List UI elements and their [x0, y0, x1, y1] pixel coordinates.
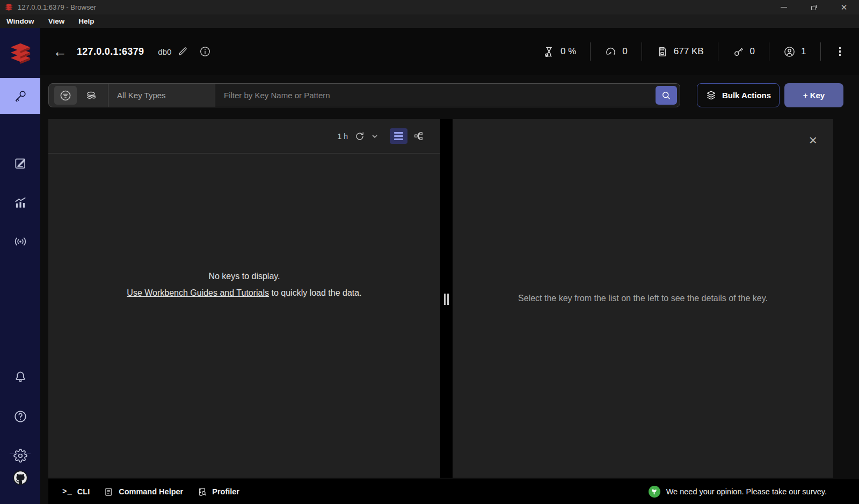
key-type-dropdown[interactable]: All Key Types [108, 84, 215, 107]
github-icon [12, 470, 28, 486]
close-icon: ✕ [841, 3, 848, 11]
key-list-panel: 1 h [48, 119, 440, 478]
profiler-doc-icon [197, 487, 207, 497]
workbench-guides-link[interactable]: Use Workbench Guides and Tutorials [127, 288, 269, 297]
close-window-button[interactable]: ✕ [829, 0, 859, 14]
search-icon [661, 90, 672, 101]
tree-view-icon [413, 131, 424, 141]
profiler-label: Profiler [212, 487, 239, 496]
panel-resize-gutter [440, 119, 453, 478]
cli-tab[interactable]: >_ CLI [62, 487, 90, 496]
bell-icon [13, 370, 27, 384]
empty-title: No keys to display. [48, 272, 440, 281]
bulk-actions-label: Bulk Actions [722, 91, 771, 100]
empty-state: No keys to display. Use Workbench Guides… [48, 272, 440, 298]
list-view-icon [394, 132, 403, 141]
sidebar-divider [10, 454, 31, 454]
stat-divider [820, 42, 821, 61]
restore-button[interactable] [799, 0, 829, 14]
minimize-icon [781, 7, 787, 8]
clients-value: 1 [801, 46, 806, 57]
sidebar [0, 28, 40, 504]
info-circle-icon[interactable] [199, 46, 211, 57]
window-title: 127.0.0.1:6379 - Browser [18, 3, 96, 11]
refresh-interval-label: 1 h [338, 132, 348, 141]
menu-view[interactable]: View [48, 17, 65, 25]
database-index: db0 [158, 47, 171, 56]
search-button[interactable] [656, 86, 677, 105]
survey-link[interactable]: We need your opinion. Please take our su… [649, 486, 827, 498]
redis-home-logo[interactable] [0, 32, 40, 74]
menu-bar: Window View Help [0, 14, 859, 28]
memory-value: 677 KB [674, 46, 704, 57]
stat-keys: 0 [718, 46, 769, 58]
resize-handle-icon[interactable] [444, 294, 449, 305]
chevron-down-icon[interactable] [372, 133, 378, 140]
sidebar-item-browser[interactable] [0, 78, 40, 114]
add-key-button[interactable]: + Key [784, 83, 843, 107]
filter-row: All Key Types Bulk Actions [48, 83, 851, 107]
key-search-input[interactable] [215, 91, 656, 100]
minimize-button[interactable] [769, 0, 799, 14]
user-circle-icon [783, 46, 796, 58]
details-placeholder: Select the key from the list on the left… [453, 294, 833, 303]
cpu-value: 0 % [560, 46, 576, 57]
redis-logo-icon [9, 42, 32, 64]
instance-stats: 0 % 0 677 KB [529, 28, 844, 75]
kebab-menu-icon[interactable] [836, 44, 845, 60]
search-input-wrap [215, 84, 680, 107]
pencil-icon[interactable] [177, 46, 188, 57]
key-small-icon [732, 46, 745, 58]
main-area: ← 127.0.0.1:6379 db0 0 % [40, 28, 859, 504]
refresh-icon[interactable] [354, 131, 365, 142]
analytics-icon [13, 196, 27, 210]
search-library-button[interactable] [80, 86, 103, 105]
empty-suffix: to quickly load the data. [269, 288, 362, 297]
ops-value: 0 [622, 46, 627, 57]
close-details-button[interactable]: × [809, 133, 817, 147]
key-list-header: 1 h [48, 119, 440, 154]
gauge-icon [605, 46, 617, 58]
workbench-edit-icon [13, 156, 27, 170]
view-toggles [390, 128, 427, 144]
browser-panels: 1 h [48, 119, 859, 478]
menu-window[interactable]: Window [6, 17, 34, 25]
bulk-actions-button[interactable]: Bulk Actions [697, 83, 780, 107]
back-button[interactable]: ← [53, 45, 67, 59]
redisinsight-window: 127.0.0.1:6379 - Browser ✕ Window View H… [0, 0, 859, 504]
sidebar-item-notifications[interactable] [0, 362, 40, 392]
command-helper-label: Command Helper [119, 487, 183, 496]
sidebar-item-pubsub[interactable] [0, 227, 40, 257]
key-filter-control: All Key Types [48, 83, 680, 107]
command-helper-tab[interactable]: Command Helper [104, 487, 183, 497]
restore-icon [811, 5, 817, 10]
connection-name: 127.0.0.1:6379 [77, 46, 144, 57]
stat-cpu: 0 % [529, 46, 590, 58]
sidebar-item-github[interactable] [0, 463, 40, 493]
hourglass-icon [543, 46, 555, 58]
sidebar-item-workbench[interactable] [0, 148, 40, 178]
help-circle-icon [13, 410, 27, 423]
profiler-tab[interactable]: Profiler [197, 487, 239, 497]
stat-ops: 0 [591, 46, 641, 58]
layers-icon [705, 90, 717, 101]
document-icon [104, 487, 114, 497]
filter-circle-icon [59, 89, 72, 102]
bottom-bar: >_ CLI Command Helper Profiler [48, 479, 859, 504]
tree-view-toggle[interactable] [410, 128, 427, 144]
list-view-toggle[interactable] [390, 128, 407, 144]
survey-text: We need your opinion. Please take our su… [666, 487, 827, 496]
cli-label: CLI [77, 487, 90, 496]
stat-clients: 1 [769, 46, 820, 58]
filter-circle-button[interactable] [54, 86, 77, 105]
os-titlebar: 127.0.0.1:6379 - Browser ✕ [0, 0, 859, 14]
redis-logo-icon [4, 3, 13, 11]
sidebar-item-help[interactable] [0, 401, 40, 432]
instance-header: ← 127.0.0.1:6379 db0 0 % [40, 28, 859, 75]
sidebar-item-analytics[interactable] [0, 188, 40, 218]
terminal-icon: >_ [62, 487, 72, 496]
search-library-icon [85, 89, 98, 102]
key-icon [13, 89, 27, 103]
add-key-label: + Key [803, 91, 825, 100]
menu-help[interactable]: Help [78, 17, 94, 25]
